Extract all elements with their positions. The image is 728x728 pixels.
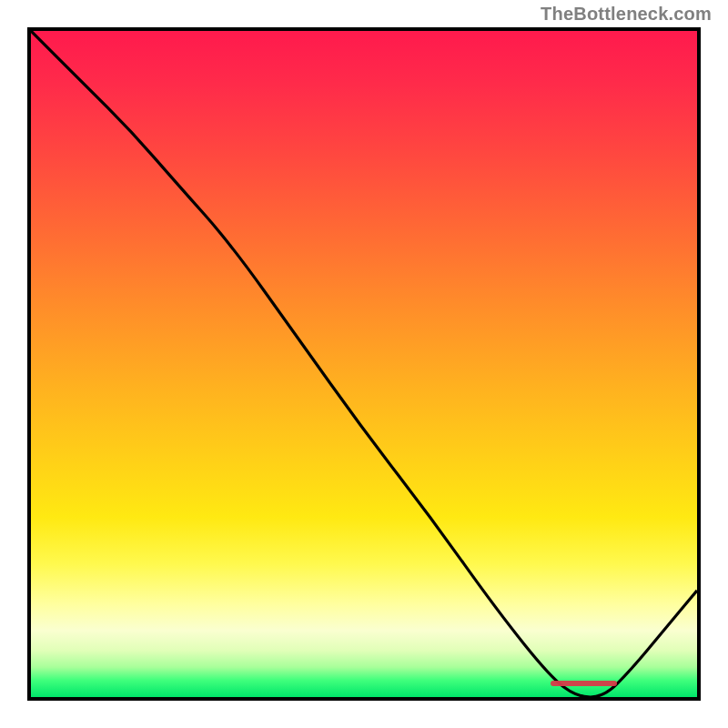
attribution-label: TheBottleneck.com — [541, 4, 712, 25]
plot-area — [27, 27, 701, 701]
chart-root: TheBottleneck.com — [0, 0, 728, 728]
bottleneck-curve-path — [31, 31, 697, 697]
optimum-marker — [551, 681, 617, 686]
bottleneck-curve — [31, 31, 697, 697]
